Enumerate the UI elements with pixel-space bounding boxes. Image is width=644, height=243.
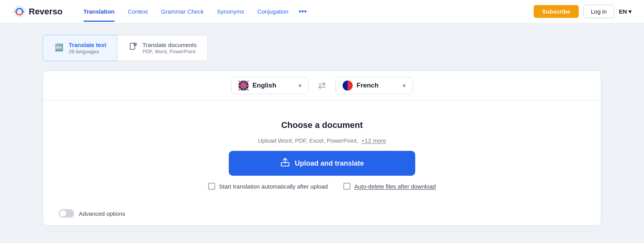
lang-chevron-icon: ▾: [628, 8, 632, 15]
nav-item-translation[interactable]: Translation: [78, 5, 120, 18]
source-lang-chevron-icon: ▾: [299, 82, 301, 89]
nav-item-synonyms[interactable]: Synonyms: [212, 5, 250, 18]
main-content: 🔤 Translate text 26 languages Translate …: [0, 23, 644, 238]
nav-item-conjugation[interactable]: Conjugation: [252, 5, 294, 18]
checkbox-row: Start translation automatically after up…: [208, 183, 436, 190]
upload-button-icon: [280, 157, 290, 170]
lang-code: EN: [619, 8, 627, 15]
tab-translate-text[interactable]: 🔤 Translate text 26 languages: [43, 35, 117, 61]
auto-translate-label: Start translation automatically after up…: [219, 183, 328, 190]
auto-delete-checkbox[interactable]: Auto-delete files after download: [343, 183, 436, 190]
auto-delete-label: Auto-delete files after download: [354, 183, 436, 190]
upload-title: Choose a document: [281, 120, 363, 130]
upload-button-label: Upload and translate: [295, 159, 364, 168]
source-language-name: English: [252, 82, 295, 89]
nav-right: Subscribe Log in EN ▾: [534, 5, 632, 18]
auto-translate-checkbox-box: [208, 183, 215, 190]
navbar: Reverso Translation Context Grammar Chec…: [0, 0, 644, 23]
advanced-options-label: Advanced options: [79, 210, 125, 217]
tab-translate-docs[interactable]: Translate documents PDF, Word, PowerPoin…: [117, 35, 208, 61]
advanced-options-row: Advanced options: [43, 205, 601, 226]
advanced-options-toggle[interactable]: [59, 209, 74, 218]
tab-translate-docs-title: Translate documents: [143, 42, 197, 48]
auto-translate-checkbox[interactable]: Start translation automatically after up…: [208, 183, 328, 190]
translate-text-icon: 🔤: [54, 42, 64, 54]
auto-delete-checkbox-box: [343, 183, 350, 190]
login-button[interactable]: Log in: [583, 5, 614, 18]
tab-translate-docs-subtitle: PDF, Word, PowerPoint: [143, 49, 197, 54]
target-language-name: French: [357, 82, 399, 89]
nav-item-context[interactable]: Context: [122, 5, 153, 18]
nav-links: Translation Context Grammar Check Synony…: [78, 4, 534, 19]
language-selector[interactable]: EN ▾: [619, 8, 632, 15]
target-lang-chevron-icon: ▾: [403, 82, 406, 89]
tab-docs-text-group: Translate documents PDF, Word, PowerPoin…: [143, 42, 197, 54]
svg-text:🔤: 🔤: [55, 43, 64, 52]
upload-more-link[interactable]: +12 more: [361, 137, 386, 144]
french-flag-icon: [343, 80, 353, 91]
subscribe-button[interactable]: Subscribe: [534, 5, 579, 18]
upload-area: Choose a document Upload Word, PDF, Exce…: [43, 101, 601, 205]
translator-card: English ▾ French ▾: [43, 70, 601, 226]
tab-translate-text-subtitle: 26 languages: [69, 49, 106, 54]
language-bar: English ▾ French ▾: [43, 71, 601, 101]
logo[interactable]: Reverso: [12, 5, 63, 19]
nav-item-grammar[interactable]: Grammar Check: [156, 5, 209, 18]
tab-text-group: Translate text 26 languages: [69, 42, 106, 54]
upload-subtitle-text: Upload Word, PDF, Excel, PowerPoint,: [258, 137, 358, 144]
tab-row: 🔤 Translate text 26 languages Translate …: [43, 35, 601, 61]
uk-flag-icon: [238, 80, 249, 91]
logo-text: Reverso: [29, 7, 63, 17]
source-language-select[interactable]: English ▾: [231, 77, 309, 94]
upload-subtitle: Upload Word, PDF, Excel, PowerPoint, +12…: [258, 137, 386, 144]
target-language-select[interactable]: French ▾: [335, 77, 413, 94]
translate-docs-icon: [129, 42, 138, 54]
nav-more-icon[interactable]: •••: [296, 4, 309, 19]
tab-translate-text-title: Translate text: [69, 42, 106, 48]
swap-languages-button[interactable]: [315, 79, 329, 93]
upload-translate-button[interactable]: Upload and translate: [229, 151, 415, 176]
